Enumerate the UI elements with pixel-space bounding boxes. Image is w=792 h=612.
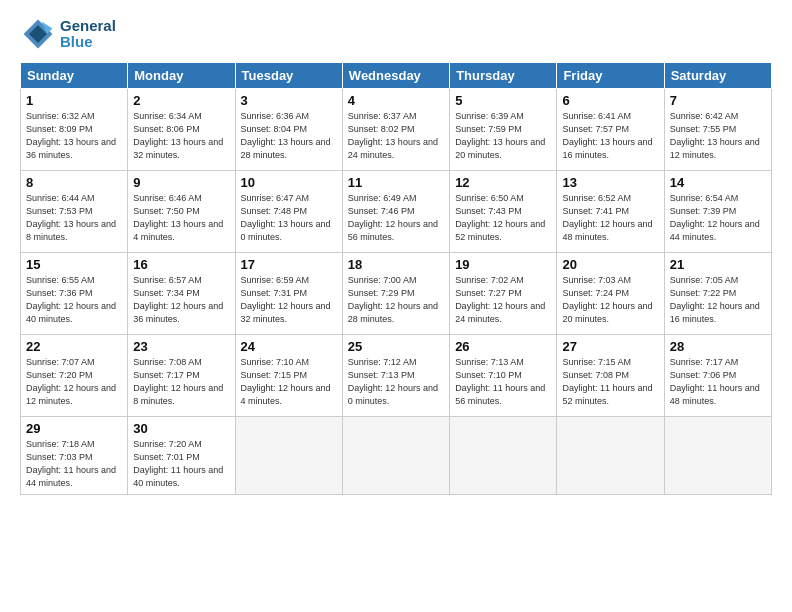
day-info: Sunrise: 6:47 AMSunset: 7:48 PMDaylight:… [241, 192, 337, 244]
table-row: 13 Sunrise: 6:52 AMSunset: 7:41 PMDaylig… [557, 171, 664, 253]
table-row: 16 Sunrise: 6:57 AMSunset: 7:34 PMDaylig… [128, 253, 235, 335]
day-info: Sunrise: 6:54 AMSunset: 7:39 PMDaylight:… [670, 192, 766, 244]
logo: General Blue [20, 16, 116, 52]
day-number: 27 [562, 339, 658, 354]
day-info: Sunrise: 7:12 AMSunset: 7:13 PMDaylight:… [348, 356, 444, 408]
day-info: Sunrise: 6:46 AMSunset: 7:50 PMDaylight:… [133, 192, 229, 244]
day-info: Sunrise: 7:13 AMSunset: 7:10 PMDaylight:… [455, 356, 551, 408]
day-info: Sunrise: 7:07 AMSunset: 7:20 PMDaylight:… [26, 356, 122, 408]
table-row: 28 Sunrise: 7:17 AMSunset: 7:06 PMDaylig… [664, 335, 771, 417]
day-info: Sunrise: 7:03 AMSunset: 7:24 PMDaylight:… [562, 274, 658, 326]
day-number: 6 [562, 93, 658, 108]
table-row: 30 Sunrise: 7:20 AMSunset: 7:01 PMDaylig… [128, 417, 235, 495]
table-row: 11 Sunrise: 6:49 AMSunset: 7:46 PMDaylig… [342, 171, 449, 253]
day-info: Sunrise: 7:08 AMSunset: 7:17 PMDaylight:… [133, 356, 229, 408]
day-number: 20 [562, 257, 658, 272]
day-number: 12 [455, 175, 551, 190]
day-number: 8 [26, 175, 122, 190]
table-row: 25 Sunrise: 7:12 AMSunset: 7:13 PMDaylig… [342, 335, 449, 417]
day-info: Sunrise: 7:17 AMSunset: 7:06 PMDaylight:… [670, 356, 766, 408]
table-row: 27 Sunrise: 7:15 AMSunset: 7:08 PMDaylig… [557, 335, 664, 417]
table-row: 23 Sunrise: 7:08 AMSunset: 7:17 PMDaylig… [128, 335, 235, 417]
day-number: 17 [241, 257, 337, 272]
logo-text: General Blue [60, 18, 116, 51]
table-row: 17 Sunrise: 6:59 AMSunset: 7:31 PMDaylig… [235, 253, 342, 335]
table-row: 22 Sunrise: 7:07 AMSunset: 7:20 PMDaylig… [21, 335, 128, 417]
table-row: 12 Sunrise: 6:50 AMSunset: 7:43 PMDaylig… [450, 171, 557, 253]
day-info: Sunrise: 6:36 AMSunset: 8:04 PMDaylight:… [241, 110, 337, 162]
day-info: Sunrise: 6:32 AMSunset: 8:09 PMDaylight:… [26, 110, 122, 162]
day-number: 18 [348, 257, 444, 272]
day-number: 30 [133, 421, 229, 436]
day-number: 19 [455, 257, 551, 272]
day-number: 29 [26, 421, 122, 436]
logo-icon [20, 16, 56, 52]
col-saturday: Saturday [664, 63, 771, 89]
day-info: Sunrise: 7:02 AMSunset: 7:27 PMDaylight:… [455, 274, 551, 326]
header: General Blue [20, 16, 772, 52]
col-wednesday: Wednesday [342, 63, 449, 89]
table-row: 1 Sunrise: 6:32 AMSunset: 8:09 PMDayligh… [21, 89, 128, 171]
table-row: 21 Sunrise: 7:05 AMSunset: 7:22 PMDaylig… [664, 253, 771, 335]
table-row: 4 Sunrise: 6:37 AMSunset: 8:02 PMDayligh… [342, 89, 449, 171]
table-row: 20 Sunrise: 7:03 AMSunset: 7:24 PMDaylig… [557, 253, 664, 335]
day-number: 9 [133, 175, 229, 190]
col-friday: Friday [557, 63, 664, 89]
table-row: 8 Sunrise: 6:44 AMSunset: 7:53 PMDayligh… [21, 171, 128, 253]
day-info: Sunrise: 6:41 AMSunset: 7:57 PMDaylight:… [562, 110, 658, 162]
day-number: 5 [455, 93, 551, 108]
table-row: 9 Sunrise: 6:46 AMSunset: 7:50 PMDayligh… [128, 171, 235, 253]
col-tuesday: Tuesday [235, 63, 342, 89]
day-info: Sunrise: 7:10 AMSunset: 7:15 PMDaylight:… [241, 356, 337, 408]
day-number: 4 [348, 93, 444, 108]
day-number: 26 [455, 339, 551, 354]
calendar-body: 1 Sunrise: 6:32 AMSunset: 8:09 PMDayligh… [21, 89, 772, 495]
day-info: Sunrise: 7:20 AMSunset: 7:01 PMDaylight:… [133, 438, 229, 490]
day-number: 2 [133, 93, 229, 108]
day-number: 13 [562, 175, 658, 190]
table-row: 2 Sunrise: 6:34 AMSunset: 8:06 PMDayligh… [128, 89, 235, 171]
table-row: 19 Sunrise: 7:02 AMSunset: 7:27 PMDaylig… [450, 253, 557, 335]
day-info: Sunrise: 6:57 AMSunset: 7:34 PMDaylight:… [133, 274, 229, 326]
table-row [450, 417, 557, 495]
table-row: 10 Sunrise: 6:47 AMSunset: 7:48 PMDaylig… [235, 171, 342, 253]
day-info: Sunrise: 6:34 AMSunset: 8:06 PMDaylight:… [133, 110, 229, 162]
day-info: Sunrise: 6:39 AMSunset: 7:59 PMDaylight:… [455, 110, 551, 162]
day-number: 24 [241, 339, 337, 354]
day-info: Sunrise: 6:55 AMSunset: 7:36 PMDaylight:… [26, 274, 122, 326]
table-row: 29 Sunrise: 7:18 AMSunset: 7:03 PMDaylig… [21, 417, 128, 495]
day-info: Sunrise: 6:50 AMSunset: 7:43 PMDaylight:… [455, 192, 551, 244]
table-row: 26 Sunrise: 7:13 AMSunset: 7:10 PMDaylig… [450, 335, 557, 417]
table-row: 3 Sunrise: 6:36 AMSunset: 8:04 PMDayligh… [235, 89, 342, 171]
day-number: 22 [26, 339, 122, 354]
day-number: 3 [241, 93, 337, 108]
day-info: Sunrise: 6:44 AMSunset: 7:53 PMDaylight:… [26, 192, 122, 244]
day-info: Sunrise: 6:49 AMSunset: 7:46 PMDaylight:… [348, 192, 444, 244]
day-info: Sunrise: 7:15 AMSunset: 7:08 PMDaylight:… [562, 356, 658, 408]
day-number: 23 [133, 339, 229, 354]
table-row: 6 Sunrise: 6:41 AMSunset: 7:57 PMDayligh… [557, 89, 664, 171]
calendar: Sunday Monday Tuesday Wednesday Thursday… [20, 62, 772, 495]
page: General Blue Sunday Monday Tuesday Wedne… [0, 0, 792, 612]
day-info: Sunrise: 6:52 AMSunset: 7:41 PMDaylight:… [562, 192, 658, 244]
col-thursday: Thursday [450, 63, 557, 89]
day-number: 1 [26, 93, 122, 108]
table-row [342, 417, 449, 495]
day-number: 25 [348, 339, 444, 354]
day-info: Sunrise: 6:37 AMSunset: 8:02 PMDaylight:… [348, 110, 444, 162]
day-number: 16 [133, 257, 229, 272]
day-info: Sunrise: 7:18 AMSunset: 7:03 PMDaylight:… [26, 438, 122, 490]
calendar-header-row: Sunday Monday Tuesday Wednesday Thursday… [21, 63, 772, 89]
day-number: 21 [670, 257, 766, 272]
day-number: 14 [670, 175, 766, 190]
table-row: 18 Sunrise: 7:00 AMSunset: 7:29 PMDaylig… [342, 253, 449, 335]
day-info: Sunrise: 7:05 AMSunset: 7:22 PMDaylight:… [670, 274, 766, 326]
table-row: 7 Sunrise: 6:42 AMSunset: 7:55 PMDayligh… [664, 89, 771, 171]
table-row [664, 417, 771, 495]
table-row: 24 Sunrise: 7:10 AMSunset: 7:15 PMDaylig… [235, 335, 342, 417]
col-monday: Monday [128, 63, 235, 89]
day-number: 28 [670, 339, 766, 354]
table-row [235, 417, 342, 495]
table-row [557, 417, 664, 495]
day-info: Sunrise: 7:00 AMSunset: 7:29 PMDaylight:… [348, 274, 444, 326]
